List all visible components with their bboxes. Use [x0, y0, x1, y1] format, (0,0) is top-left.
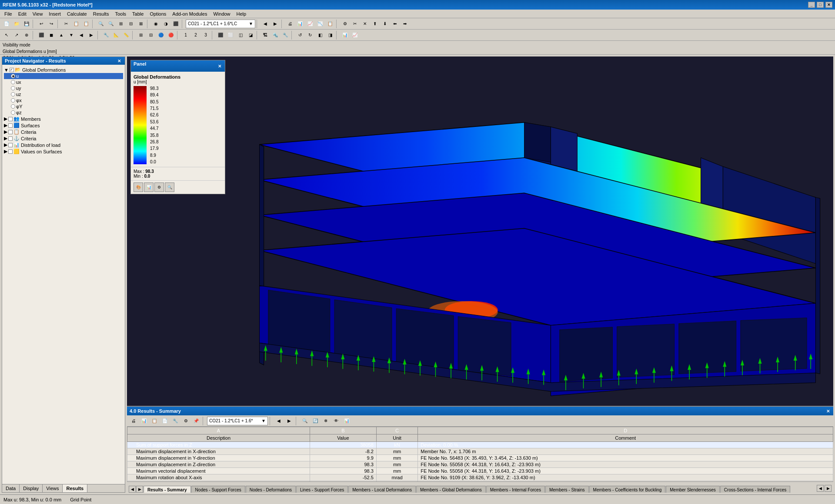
table-row[interactable]: Maximum displacement in Y-direction9.9mm… — [127, 455, 833, 461]
tb21[interactable]: ⬆ — [370, 19, 380, 29]
tab-members-internal-forces[interactable]: Members - Internal Forces — [486, 486, 545, 493]
tab-nodes-deformations[interactable]: Nodes - Deformations — [246, 486, 296, 493]
tree-u[interactable]: u — [4, 73, 123, 79]
check-distribution-of-load[interactable] — [8, 143, 13, 147]
tb2-14[interactable]: ⊟ — [146, 30, 156, 40]
tree-uy[interactable]: uy — [4, 85, 123, 91]
panel-tb-4[interactable]: 🔍 — [165, 182, 174, 192]
tabs-next-button[interactable]: ▶ — [136, 486, 143, 493]
tab-members-strains[interactable]: Members - Strains — [545, 486, 589, 493]
rp-refresh[interactable]: 🔄 — [311, 416, 320, 426]
tb2-2[interactable]: ↗ — [12, 30, 21, 40]
tb23[interactable]: ⬅ — [390, 19, 400, 29]
rp-tb8[interactable]: 📊 — [342, 416, 351, 426]
panel-tb-2[interactable]: 📊 — [144, 182, 154, 192]
rp-tb6[interactable]: ⚙ — [181, 416, 190, 426]
tab-lines-support-forces[interactable]: Lines - Support Forces — [296, 486, 348, 493]
redo-button[interactable]: ↪ — [47, 19, 56, 29]
tree-phiY[interactable]: φY — [4, 103, 123, 109]
tb13[interactable]: 🖨 — [285, 19, 295, 29]
rp-prev[interactable]: ◀ — [274, 416, 284, 426]
rp-close-button[interactable]: ✕ — [825, 406, 831, 416]
tree-criteria[interactable]: ▶ 📋 Criteria — [4, 129, 123, 135]
tb17[interactable]: 📋 — [325, 19, 335, 29]
rp-tb3[interactable]: 📋 — [150, 416, 159, 426]
tb2-19[interactable]: 3 — [201, 30, 210, 40]
radio-uy[interactable] — [11, 86, 15, 90]
tree-members[interactable]: ▶ 👥 Members — [4, 116, 123, 122]
menu-options[interactable]: Options — [147, 10, 169, 17]
tb2-10[interactable]: 🔧 — [101, 30, 111, 40]
tb24[interactable]: ➡ — [400, 19, 410, 29]
tree-phiz[interactable]: φz — [4, 109, 123, 116]
rp-freeze[interactable]: ❄ — [321, 416, 331, 426]
new-button[interactable]: 📄 — [2, 19, 11, 29]
tree-values-on-surfaces[interactable]: ▶ 🟨 Values on Surfaces — [4, 148, 123, 155]
tab-members-global-def[interactable]: Members - Global Deformations — [416, 486, 486, 493]
open-button[interactable]: 📁 — [12, 19, 21, 29]
zoom-out-button[interactable]: 🔍 — [106, 19, 116, 29]
tab-members-local-def[interactable]: Members - Local Deformations — [348, 486, 416, 493]
tb4[interactable]: 📋 — [71, 19, 81, 29]
pn-tab-data[interactable]: Data — [2, 484, 20, 492]
tree-uz[interactable]: uz — [4, 91, 123, 97]
pn-tab-views[interactable]: Views — [43, 484, 63, 492]
pn-close-button[interactable]: ✕ — [116, 58, 122, 64]
radio-phiz[interactable] — [11, 110, 15, 115]
rp-export[interactable]: 📊 — [139, 416, 149, 426]
tb2-22[interactable]: ◫ — [236, 30, 245, 40]
tree-surfaces[interactable]: ▶ 🟦 Surfaces — [4, 122, 123, 129]
menu-edit[interactable]: Edit — [16, 10, 29, 17]
panel-close-button[interactable]: ✕ — [217, 61, 222, 71]
tb2-1[interactable]: ↖ — [2, 30, 11, 40]
tb12[interactable]: ⬛ — [171, 19, 180, 29]
panel-tb-3[interactable]: ⚙ — [154, 182, 164, 192]
tb2-16[interactable]: 🔴 — [166, 30, 176, 40]
tb22[interactable]: ⬇ — [380, 19, 390, 29]
table-row[interactable]: Maximum rotation about X-axis-52.5mradFE… — [127, 474, 833, 481]
tb9[interactable]: ⊠ — [136, 19, 146, 29]
check-surfaces[interactable] — [8, 123, 13, 128]
tb5[interactable]: 📋 — [81, 19, 91, 29]
pn-tab-results[interactable]: Results — [63, 484, 87, 492]
close-button[interactable]: ✕ — [825, 2, 832, 8]
rp-tb5[interactable]: 🔧 — [170, 416, 180, 426]
next-button[interactable]: ▶ — [271, 19, 280, 29]
tb2-26[interactable]: 🔧 — [281, 30, 290, 40]
tree-phix[interactable]: φx — [4, 97, 123, 103]
radio-uz[interactable] — [11, 92, 15, 96]
tab-page-next[interactable]: ▶ — [825, 485, 832, 492]
save-button[interactable]: 💾 — [22, 19, 31, 29]
tab-member-slendernesses[interactable]: Member Slendernesses — [666, 486, 720, 493]
rp-tb7[interactable]: 📌 — [191, 416, 201, 426]
table-row[interactable]: Maximum displacement in X-direction-8.2m… — [127, 448, 833, 455]
tree-distribution-of-load[interactable]: ▶ 📊 Distribution of load — [4, 142, 123, 148]
check-values-on-surfaces[interactable] — [8, 149, 13, 154]
tb2-8[interactable]: ◀ — [77, 30, 86, 40]
tree-support-reactions[interactable]: ▶ ⚓ Criteria — [4, 135, 123, 142]
tb2-20[interactable]: ⬛ — [216, 30, 225, 40]
tb2-29[interactable]: ◧ — [315, 30, 325, 40]
table-row[interactable]: Maximum displacement in Z-direction98.3m… — [127, 461, 833, 468]
tab-cross-sections[interactable]: Cross-Sections - Internal Forces — [720, 486, 790, 493]
tb2-11[interactable]: 📐 — [111, 30, 121, 40]
tb2-32[interactable]: 📈 — [350, 30, 360, 40]
radio-u[interactable] — [11, 74, 15, 78]
tb11[interactable]: ◑ — [161, 19, 170, 29]
menu-table[interactable]: Table — [130, 10, 146, 17]
tb14[interactable]: 📊 — [295, 19, 305, 29]
tab-nodes-support-forces[interactable]: Nodes - Support Forces — [191, 486, 245, 493]
tb16[interactable]: 📉 — [315, 19, 325, 29]
tb20[interactable]: ✕ — [360, 19, 370, 29]
check-members[interactable] — [8, 117, 13, 121]
tb2-15[interactable]: 🔵 — [156, 30, 166, 40]
radio-ux[interactable] — [11, 80, 15, 84]
menu-file[interactable]: File — [2, 10, 15, 17]
undo-button[interactable]: ↩ — [37, 19, 46, 29]
menu-window[interactable]: Window — [210, 10, 233, 17]
zoom-all-button[interactable]: ⊞ — [116, 19, 126, 29]
menu-view[interactable]: View — [30, 10, 46, 17]
tb2-12[interactable]: 📏 — [121, 30, 131, 40]
combo-load-case[interactable]: CO21 - 1.2*LC1 + 1.6*LC ▼ — [186, 20, 255, 28]
maximize-button[interactable]: □ — [817, 2, 824, 8]
